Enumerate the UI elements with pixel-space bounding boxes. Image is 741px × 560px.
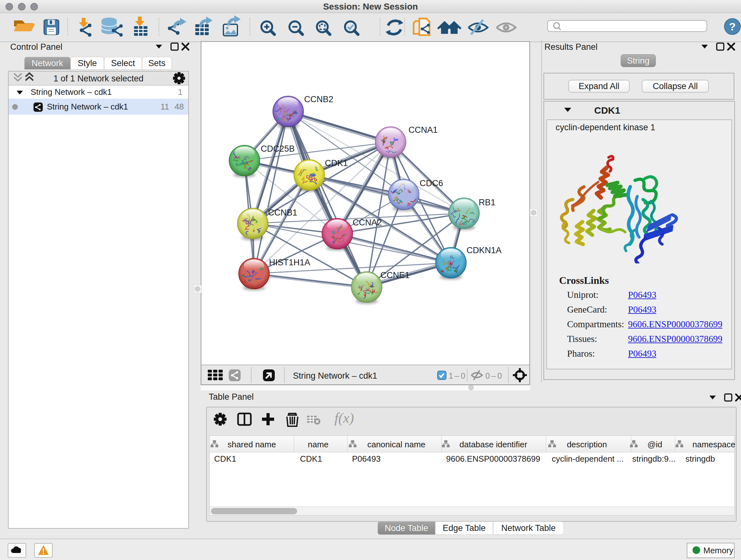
svg-text:CDC6: CDC6: [420, 179, 443, 188]
svg-text:CCNA1: CCNA1: [408, 125, 438, 135]
svg-text:CCNE1: CCNE1: [381, 270, 410, 280]
svg-text:CCNA2: CCNA2: [353, 218, 382, 227]
svg-text:CCNB2: CCNB2: [304, 95, 333, 104]
svg-text:CDKN1A: CDKN1A: [467, 246, 502, 255]
svg-text:CCNB1: CCNB1: [268, 208, 297, 217]
svg-text:RB1: RB1: [479, 198, 495, 207]
svg-text:CDK1: CDK1: [325, 159, 348, 168]
svg-text:HIST1H1A: HIST1H1A: [269, 258, 310, 267]
svg-text:CDC25B: CDC25B: [261, 144, 295, 153]
